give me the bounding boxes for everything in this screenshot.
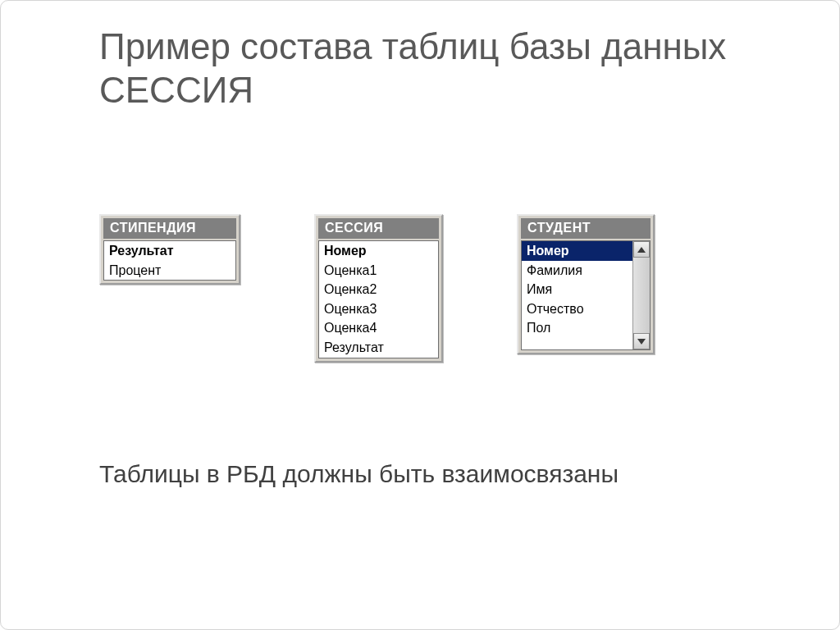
table-row[interactable]: Пол bbox=[522, 318, 632, 338]
slide-body-text: Таблицы в РБД должны быть взаимосвязаны bbox=[99, 460, 619, 488]
db-table-student[interactable]: СТУДЕНТ Номер Фамилия Имя Отчество Пол bbox=[517, 214, 655, 354]
db-table-body-wrap: Результат Процент bbox=[103, 240, 236, 281]
table-row[interactable]: Номер bbox=[522, 241, 632, 261]
table-row[interactable]: Отчество bbox=[522, 299, 632, 319]
table-row[interactable]: Номер bbox=[319, 241, 438, 261]
table-row[interactable]: Фамилия bbox=[522, 261, 632, 281]
table-row[interactable]: Процент bbox=[104, 261, 235, 281]
slide-title: Пример состава таблиц базы данных СЕССИЯ bbox=[99, 25, 756, 112]
chevron-down-icon bbox=[637, 339, 646, 345]
table-row[interactable]: Имя bbox=[522, 280, 632, 299]
db-table-header: СТУДЕНТ bbox=[521, 218, 651, 239]
table-row[interactable]: Оценка3 bbox=[319, 299, 438, 319]
db-table-body: Номер Фамилия Имя Отчество Пол bbox=[522, 241, 632, 349]
slide: Пример состава таблиц базы данных СЕССИЯ… bbox=[0, 0, 840, 630]
db-table-body: Номер Оценка1 Оценка2 Оценка3 Оценка4 Ре… bbox=[319, 241, 438, 358]
table-row[interactable]: Оценка2 bbox=[319, 280, 438, 299]
db-table-session[interactable]: СЕССИЯ Номер Оценка1 Оценка2 Оценка3 Оце… bbox=[314, 214, 443, 363]
scroll-down-button[interactable] bbox=[633, 333, 650, 349]
db-table-body-wrap: Номер Оценка1 Оценка2 Оценка3 Оценка4 Ре… bbox=[318, 240, 439, 358]
db-table-header: СТИПЕНДИЯ bbox=[103, 218, 236, 239]
table-row[interactable]: Результат bbox=[319, 338, 438, 358]
db-table-stipend[interactable]: СТИПЕНДИЯ Результат Процент bbox=[99, 214, 240, 285]
table-row[interactable]: Оценка1 bbox=[319, 261, 438, 281]
db-tables-row: СТИПЕНДИЯ Результат Процент СЕССИЯ Номер… bbox=[99, 214, 772, 363]
table-row[interactable]: Результат bbox=[104, 241, 235, 261]
db-table-header: СЕССИЯ bbox=[318, 218, 439, 239]
db-table-body-wrap: Номер Фамилия Имя Отчество Пол bbox=[521, 240, 651, 350]
scroll-up-button[interactable] bbox=[633, 241, 650, 258]
chevron-up-icon bbox=[637, 247, 646, 253]
table-row[interactable]: Оценка4 bbox=[319, 318, 438, 338]
scrollbar[interactable] bbox=[632, 241, 650, 349]
db-table-body: Результат Процент bbox=[104, 241, 235, 280]
